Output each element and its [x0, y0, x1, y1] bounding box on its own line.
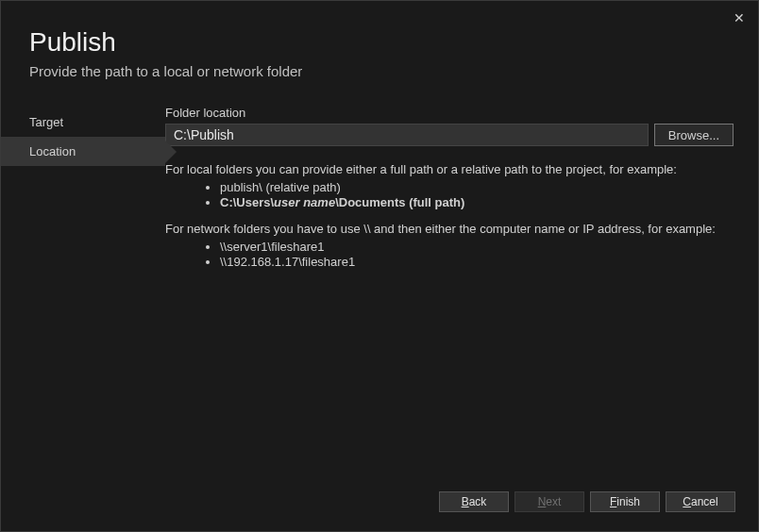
dialog-title: Publish — [29, 27, 758, 58]
finish-button[interactable]: Finish — [590, 491, 660, 512]
help-local-list: publish\ (relative path) C:\Users\user n… — [165, 180, 734, 211]
main-panel: Folder location Browse... For local fold… — [165, 106, 758, 279]
folder-input-row: Browse... — [165, 124, 734, 146]
dialog-content: Target Location Folder location Browse..… — [1, 106, 758, 279]
close-icon: ✕ — [734, 10, 745, 25]
back-button[interactable]: Back — [439, 491, 509, 512]
help-text: For local folders you can provide either… — [165, 161, 734, 270]
help-network-example-2: \\192.168.1.17\fileshare1 — [220, 255, 734, 270]
help-network-intro: For network folders you have to use \\ a… — [165, 221, 734, 238]
sidebar-item-label: Location — [29, 144, 76, 158]
help-network-list: \\server1\fileshare1 \\192.168.1.17\file… — [165, 240, 734, 271]
sidebar-item-label: Target — [29, 115, 63, 129]
folder-location-label: Folder location — [165, 106, 734, 120]
dialog-header: Publish Provide the path to a local or n… — [1, 1, 758, 79]
next-button: Next — [514, 491, 584, 512]
help-local-example-1: publish\ (relative path) — [220, 180, 734, 195]
cancel-button[interactable]: Cancel — [666, 491, 735, 512]
wizard-sidebar: Target Location — [1, 106, 165, 279]
close-button[interactable]: ✕ — [730, 8, 749, 27]
dialog-footer: Back Next Finish Cancel — [439, 491, 735, 512]
sidebar-item-location[interactable]: Location — [1, 137, 165, 166]
help-network-example-1: \\server1\fileshare1 — [220, 240, 734, 255]
sidebar-item-target[interactable]: Target — [1, 108, 165, 137]
browse-button[interactable]: Browse... — [654, 124, 734, 146]
help-local-example-2: C:\Users\user name\Documents (full path) — [220, 195, 734, 210]
dialog-subtitle: Provide the path to a local or network f… — [29, 63, 758, 79]
folder-location-input[interactable] — [165, 124, 649, 146]
help-local-intro: For local folders you can provide either… — [165, 161, 734, 178]
browse-button-label: Browse... — [668, 128, 719, 142]
